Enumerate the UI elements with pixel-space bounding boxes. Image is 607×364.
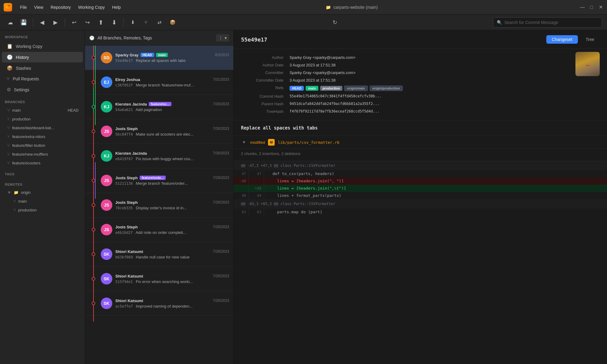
- search-bar[interactable]: 🔍 Search for Commit Message: [493, 17, 602, 28]
- cloud-button[interactable]: ☁: [5, 17, 16, 28]
- branch-item-production[interactable]: ⑂ production: [1, 115, 83, 123]
- fetch-button[interactable]: ⬇︎: [127, 17, 138, 28]
- back-button[interactable]: ◀: [37, 17, 48, 28]
- tab-tree[interactable]: Tree: [580, 35, 600, 44]
- svg-point-17: [92, 204, 95, 207]
- remote-main-item[interactable]: ⑂ main: [1, 197, 83, 205]
- commit-row[interactable]: JS Jools Steph feature/orde... 7/29/2023…: [85, 168, 233, 193]
- commit-info: Elroy Joshua 7/31/2023 c36f052f Merge br…: [115, 77, 229, 87]
- save-button[interactable]: 💾: [18, 17, 29, 28]
- commit-msg-text: Merge branch 'feature/new-muf...: [136, 83, 194, 87]
- commit-author: Kiersten Jacinda: [115, 102, 147, 106]
- commit-entries: SG Sparky Gray HEADmain 8/3/2023 55e49e1…: [85, 46, 233, 364]
- commit-info: Kiersten Jacinda feature/sc... 7/30/2023…: [115, 102, 229, 112]
- settings-label: Settings: [14, 87, 78, 92]
- commit-date: 7/30/2023: [213, 151, 229, 155]
- minimize-button[interactable]: —: [580, 5, 585, 10]
- remote-production-item[interactable]: ⑂ production: [1, 206, 83, 214]
- branch-icon-production: ⑂: [7, 116, 10, 121]
- branches-section-label: Branches: [0, 95, 85, 106]
- commit-author-line: Shiori Katsumi 7/26/2023: [115, 249, 229, 254]
- commit-row[interactable]: KJ Kiersten Jacinda feature/sc... 7/30/2…: [85, 95, 233, 119]
- commit-info: Shiori Katsumi 7/26/2023 515f94e1 Fix er…: [115, 274, 229, 284]
- branch-item-extra-nitors[interactable]: ⑂ feature/extra-nitors: [1, 132, 83, 141]
- collapse-button[interactable]: ▼: [241, 139, 247, 145]
- file-change-row[interactable]: ▼ modified M lib/parts/csv_formatter.rb: [234, 136, 607, 149]
- sidebar-item-settings[interactable]: ⚙ Settings: [2, 84, 83, 95]
- menu-help[interactable]: Help: [109, 4, 124, 11]
- commit-row[interactable]: JS Jools Steph 7/26/2023 78ceb335 Displa…: [85, 193, 233, 217]
- commit-author-line: Jools Steph 7/30/2023: [115, 126, 229, 131]
- filter-dropdown[interactable]: ⋮ ▾: [216, 34, 229, 42]
- commit-row[interactable]: KJ Kiersten Jacinda 7/30/2023 e6419f67 F…: [85, 144, 233, 168]
- commit-date: 7/30/2023: [213, 126, 229, 131]
- commit-row[interactable]: SK Shiori Katsumi 7/26/2023 515f94e1 Fix…: [85, 267, 233, 291]
- commit-author-line: Kiersten Jacinda feature/sc... 7/30/2023: [115, 102, 229, 106]
- refresh-button[interactable]: ↻: [330, 17, 341, 28]
- committer-date-value: 3 August 2023 at 17:51:38: [290, 76, 600, 84]
- push-button[interactable]: ⬆: [95, 17, 106, 28]
- redo-button[interactable]: ↪: [82, 17, 93, 28]
- commit-msg-text: Handle null case for new value: [136, 255, 189, 259]
- commit-hash-short: 51211136: [115, 181, 133, 186]
- sidebar-item-history[interactable]: 🕐 History: [2, 52, 83, 62]
- commit-date: 7/31/2023: [213, 77, 229, 82]
- sidebar-item-stashes[interactable]: 📦 Stashes: [2, 63, 83, 73]
- toolbar-sep-3: [123, 18, 124, 27]
- commit-row[interactable]: SK Shiori Katsumi 7/26/2023 ac5effe7 Imp…: [85, 291, 233, 316]
- graph-svg: [89, 285, 98, 322]
- menu-repository[interactable]: Repository: [48, 4, 74, 11]
- remote-origin-item[interactable]: ▼ 📁 origin: [1, 188, 83, 197]
- commit-msg-text: Make sure all scooters are elec...: [136, 132, 194, 136]
- commit-row[interactable]: JS Jools Steph 7/26/2023 e6b16d2f Add no…: [85, 217, 233, 242]
- branch-button[interactable]: ⑂: [141, 17, 151, 28]
- commit-author: Jools Steph: [115, 200, 138, 205]
- stashes-label: Stashes: [16, 66, 78, 71]
- menu-file[interactable]: File: [17, 4, 30, 11]
- pull-button[interactable]: ⬇: [109, 17, 120, 28]
- commit-author-line: Shiori Katsumi 7/26/2023: [115, 298, 229, 303]
- commit-message-row: 5bc047f4 Make sure all scooters are elec…: [115, 132, 229, 136]
- meta-grid: Author Sparky Gray <sparky@carparts.com>…: [234, 49, 607, 120]
- branch-item-main[interactable]: ⑂ main HEAD: [1, 106, 83, 114]
- commit-hash-short: 55e49e17: [115, 59, 133, 63]
- commit-author-line: Jools Steph feature/orde... 7/29/2023: [115, 176, 229, 180]
- sidebar-item-pull-requests[interactable]: ⑂ Pull Requests: [2, 74, 83, 84]
- commit-author-line: Jools Steph 7/26/2023: [115, 200, 229, 205]
- branch-item-dashboard[interactable]: ⑂ feature/dashboard-bat...: [1, 123, 83, 132]
- commit-row[interactable]: SG Sparky Gray HEADmain 8/3/2023 55e49e1…: [85, 46, 233, 70]
- branch-item-filter-button[interactable]: ⑂ feature/filter-button: [1, 141, 83, 150]
- merge-button[interactable]: ⇄: [154, 17, 165, 28]
- forward-button[interactable]: ▶: [50, 17, 61, 28]
- close-button[interactable]: ✕: [598, 5, 603, 10]
- branch-item-new-mufflers[interactable]: ⑂ feature/new-mufflers: [1, 150, 83, 158]
- menu-working-copy[interactable]: Working Copy: [75, 4, 108, 11]
- committer-value: Sparky Gray <sparky@carparts.com>: [290, 69, 600, 76]
- commit-author: Jools Steph: [115, 126, 138, 131]
- branch-label-production: production: [12, 117, 31, 121]
- remote-main-label: main: [18, 199, 27, 204]
- sidebar-item-working-copy[interactable]: 📋 Working Copy: [2, 41, 83, 52]
- commit-message-row: e6419f67 Fix issue with buggy wheel cou.…: [115, 157, 229, 161]
- ref-production: production: [320, 86, 342, 91]
- tab-changeset[interactable]: Changeset: [546, 35, 578, 44]
- avatar: JS: [101, 224, 112, 235]
- commit-date: 7/26/2023: [213, 274, 229, 278]
- stash-button[interactable]: 📦: [167, 17, 178, 28]
- avatar: SG: [101, 52, 112, 63]
- remote-production-icon: ⑂: [13, 207, 16, 212]
- committer-date-label: Committer Date: [241, 76, 290, 84]
- commit-message-row: e6b16d2f Add note on order completi...: [115, 230, 229, 235]
- menu-view[interactable]: View: [31, 4, 46, 11]
- branch-item-scooters[interactable]: ⑂ feature/scooters: [1, 159, 83, 167]
- commit-tag: main: [156, 53, 168, 57]
- ref-origin-main: origin/main: [344, 86, 368, 91]
- commit-hash-label: Commit Hash: [241, 93, 290, 100]
- commit-row[interactable]: EJ Elroy Joshua 7/31/2023 c36f052f Merge…: [85, 70, 233, 95]
- commit-message-row: 515f94e1 Fix error when searching worki.…: [115, 279, 229, 284]
- maximize-button[interactable]: □: [589, 5, 594, 10]
- undo-button[interactable]: ↩: [69, 17, 80, 28]
- commit-row[interactable]: SK Shiori Katsumi 7/26/2023 b63bf869 Han…: [85, 242, 233, 267]
- search-placeholder: Search for Commit Message: [504, 20, 558, 25]
- commit-row[interactable]: JS Jools Steph 7/30/2023 5bc047f4 Make s…: [85, 119, 233, 144]
